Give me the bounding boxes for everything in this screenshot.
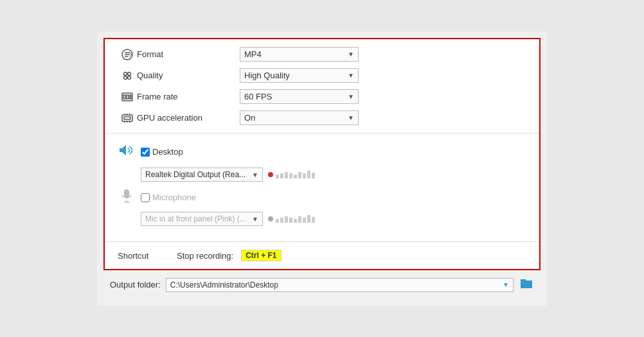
framerate-icon [118,91,137,103]
framerate-row: Frame rate 60 FPS ▼ [118,89,526,104]
main-container: Format MP4 ▼ Quality [97,31,547,306]
format-icon [118,48,137,61]
format-row: Format MP4 ▼ [118,47,526,62]
mic-bar-3 [285,216,288,223]
gpu-icon [118,112,137,125]
quality-icon [118,69,137,82]
stop-recording-label: Stop recording: [177,251,233,261]
settings-panel: Format MP4 ▼ Quality [103,38,541,270]
desktop-label: Desktop [152,147,183,157]
desktop-device-row: Realtek Digital Output (Rea... ▼ [141,168,526,182]
desktop-checkbox-label: Desktop [141,147,183,157]
mic-bar-9 [312,217,315,223]
format-dropdown[interactable]: MP4 ▼ [240,47,359,62]
mic-vol-bars [276,215,315,223]
mic-bar-8 [307,215,310,223]
microphone-section: Microphone Mic in at front panel (Pink) … [118,188,526,226]
shortcut-row: Shortcut Stop recording: Ctrl + F1 [118,250,526,261]
svg-point-3 [124,76,127,79]
format-dropdown-arrow: ▼ [348,51,354,58]
shortcut-key: Ctrl + F1 [241,250,281,261]
desktop-device-value: Realtek Digital Output (Rea... [145,170,246,179]
vol-bar-4 [289,173,292,178]
gpu-value: On [244,113,255,123]
microphone-icon [118,188,136,207]
microphone-checkbox[interactable] [141,193,150,202]
quality-value: High Quality [244,71,290,80]
vol-bar-2 [280,173,283,178]
svg-rect-6 [123,95,125,99]
video-section: Format MP4 ▼ Quality [105,39,539,134]
vol-bar-6 [298,172,301,178]
mic-bar-7 [303,218,306,223]
svg-point-1 [124,72,127,75]
framerate-dropdown-arrow: ▼ [348,93,354,100]
output-path-dropdown[interactable]: C:\Users\Administrator\Desktop ▼ [166,278,514,292]
desktop-checkbox[interactable] [141,148,150,157]
microphone-device-row: Mic in at front panel (Pink) (... ▼ [141,212,526,226]
microphone-label: Microphone [152,193,196,202]
quality-label: Quality [137,71,240,80]
microphone-device-value: Mic in at front panel (Pink) (... [145,214,246,223]
mic-bar-2 [280,218,283,223]
format-label: Format [137,49,240,59]
shortcut-section: Shortcut Stop recording: Ctrl + F1 [105,242,539,269]
format-value: MP4 [244,49,262,59]
vol-bar-9 [312,173,315,178]
framerate-label: Frame rate [137,92,240,101]
svg-point-4 [128,76,131,79]
mic-vol-dot [268,216,273,221]
vol-bar-5 [294,175,297,178]
vol-bar-8 [307,171,310,178]
desktop-vol-dot [268,172,273,177]
mic-bar-1 [276,219,279,223]
svg-rect-10 [124,117,130,119]
desktop-device-arrow: ▼ [252,171,258,178]
output-path-value: C:\Users\Administrator\Desktop [170,281,278,289]
microphone-checkbox-label: Microphone [141,193,196,202]
vol-bar-7 [303,173,306,178]
desktop-volume-indicator [268,171,315,178]
audio-section: Desktop Realtek Digital Output (Rea... ▼ [105,134,539,242]
speaker-icon [118,143,136,161]
framerate-value: 60 FPS [244,92,272,101]
microphone-volume-indicator [268,215,315,223]
quality-row: Quality High Quality ▼ [118,68,526,83]
desktop-audio-row: Desktop [118,143,526,161]
quality-dropdown[interactable]: High Quality ▼ [240,68,359,83]
vol-bar-1 [276,175,279,178]
framerate-dropdown[interactable]: 60 FPS ▼ [240,89,359,104]
svg-rect-8 [130,95,131,99]
mic-bar-4 [289,218,292,223]
output-section: Output folder: C:\Users\Administrator\De… [103,270,541,299]
mic-device-arrow: ▼ [252,216,258,223]
svg-rect-7 [127,95,129,99]
microphone-device-dropdown[interactable]: Mic in at front panel (Pink) (... ▼ [141,212,263,226]
output-dropdown-arrow: ▼ [503,281,509,288]
mic-bar-5 [294,219,297,223]
vol-bar-3 [285,172,288,178]
gpu-dropdown-arrow: ▼ [348,114,354,121]
shortcut-label: Shortcut [118,251,169,261]
microphone-row: Microphone [118,188,526,207]
gpu-label: GPU acceleration [137,113,240,123]
folder-icon[interactable] [519,275,534,294]
desktop-vol-bars [276,171,315,178]
output-label: Output folder: [110,280,161,289]
desktop-device-dropdown[interactable]: Realtek Digital Output (Rea... ▼ [141,168,263,182]
gpu-dropdown[interactable]: On ▼ [240,110,359,125]
svg-marker-17 [120,145,126,155]
mic-bar-6 [298,216,301,223]
quality-dropdown-arrow: ▼ [348,72,354,79]
gpu-row: GPU acceleration On ▼ [118,110,526,125]
svg-point-2 [128,72,131,75]
